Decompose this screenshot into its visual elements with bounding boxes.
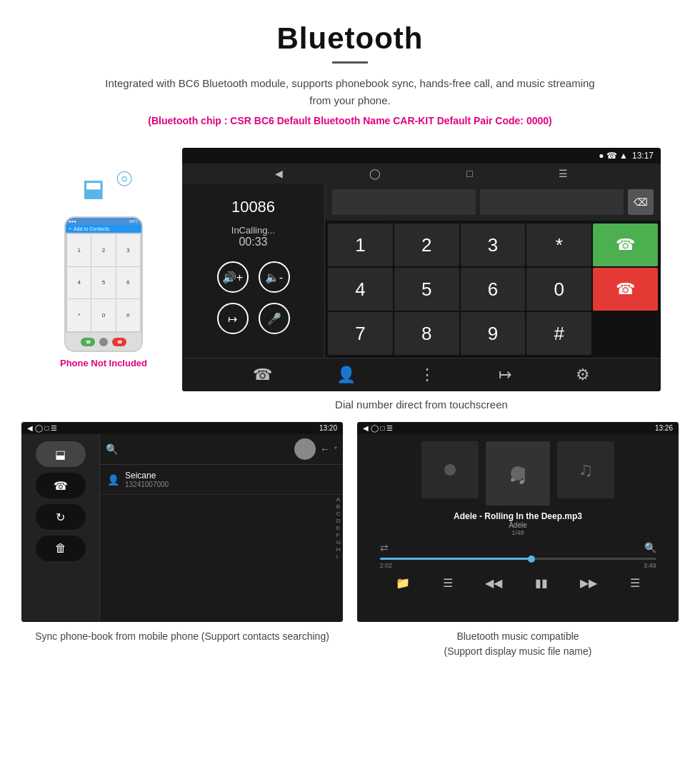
- pb-time: 13:20: [319, 424, 337, 432]
- key-8[interactable]: 8: [394, 312, 459, 355]
- music-song-title: Adele - Rolling In the Deep.mp3: [454, 511, 582, 521]
- phone-keypad: 1 2 3 4 5 6 * 0 #: [66, 233, 141, 333]
- pb-contact-person-icon: 👤: [107, 474, 119, 486]
- key-empty: [593, 312, 658, 355]
- phone-key-star: *: [67, 299, 91, 331]
- dial-screen: ● ☎ ▲ 13:17 ◀ ◯ □ ☰ 10086 InCalling... 0…: [182, 148, 661, 391]
- chip-info-text: (Bluetooth chip : CSR BC6 Default Blueto…: [14, 115, 686, 126]
- music-shuffle-icon[interactable]: ⇄: [380, 542, 389, 553]
- music-time: 13:26: [655, 424, 673, 432]
- volume-down-btn[interactable]: 🔈-: [259, 261, 290, 293]
- music-progress-bar: [380, 558, 656, 560]
- dial-bottom-bar: ☎ 👤 ⋮ ↦ ⚙: [182, 358, 661, 391]
- key-6[interactable]: 6: [461, 268, 526, 311]
- pb-bluetooth-icon[interactable]: ⬓: [36, 441, 86, 467]
- key-5[interactable]: 5: [394, 268, 459, 311]
- phone-key-0: 0: [91, 299, 115, 331]
- music-song-info: Adele - Rolling In the Deep.mp3 Adele 1/…: [454, 511, 582, 536]
- phone-time-label: MTC: [129, 219, 139, 223]
- dial-status-icons: ● ☎ ▲: [599, 151, 628, 161]
- mic-btn[interactable]: 🎤: [259, 303, 290, 334]
- pb-refresh-icon[interactable]: ↻: [36, 504, 86, 530]
- key-call[interactable]: ☎: [593, 223, 658, 266]
- transfer-btn[interactable]: ↦: [217, 303, 249, 334]
- pb-contact-name: Seicane: [125, 471, 169, 481]
- album-dot-center: [511, 466, 525, 481]
- pb-status-icons: ◀ ◯ □ ☰: [27, 424, 57, 432]
- dial-main: 10086 InCalling... 00:33 🔊+ 🔈- ↦ 🎤: [182, 184, 661, 358]
- pb-delete-icon[interactable]: 🗑: [36, 536, 86, 561]
- phone-screen: ●●● MTC + Add to Contacts 1 2 3 4 5 6 * …: [66, 218, 141, 333]
- dial-controls-row1: 🔊+ 🔈-: [217, 261, 290, 293]
- nav-back-icon: ◀: [275, 168, 283, 179]
- music-playlist-icon[interactable]: ☰: [443, 576, 453, 590]
- phone-carrier: ●●●: [69, 219, 76, 223]
- music-album-right: ♫: [557, 441, 614, 498]
- music-albums: ♫ ♫: [421, 441, 614, 506]
- dial-bar-settings-icon[interactable]: ⚙: [576, 366, 590, 384]
- dial-bar-phone-icon[interactable]: ☎: [253, 366, 272, 384]
- music-top-controls: ⇄ 🔍: [380, 542, 656, 553]
- add-contacts-label: Add to Contacts: [74, 226, 109, 231]
- music-caption: Bluetooth music compatible(Support displ…: [444, 629, 592, 659]
- pb-call-icon[interactable]: ☎: [36, 473, 86, 498]
- pb-back-icon[interactable]: ←: [320, 443, 330, 455]
- key-7[interactable]: 7: [328, 312, 393, 355]
- bluetooth-icon: ⬓: [82, 175, 104, 202]
- pb-search-row: 🔍 ← *: [100, 434, 343, 465]
- pb-search-icon[interactable]: 🔍: [106, 443, 118, 455]
- music-time-row: 2:02 3:49: [380, 562, 656, 569]
- music-time-total: 3:49: [644, 562, 656, 569]
- music-track-info: 1/48: [454, 529, 582, 536]
- music-progress-fill: [380, 558, 532, 560]
- music-status-icons: ◀ ◯ □ ☰: [363, 424, 393, 432]
- dial-controls-row2: ↦ 🎤: [217, 303, 290, 334]
- key-end[interactable]: ☎: [593, 268, 658, 311]
- phone-key-2: 2: [91, 234, 115, 266]
- music-main: ♫ ♫ Adele - Rolling In the Deep.mp3 Adel…: [357, 434, 679, 622]
- music-prev-icon[interactable]: ◀◀: [485, 576, 502, 590]
- key-hash[interactable]: #: [526, 312, 591, 355]
- music-artist: Adele: [454, 521, 582, 529]
- key-1[interactable]: 1: [328, 223, 393, 266]
- dial-bar-keypad-icon[interactable]: ⋮: [419, 366, 435, 384]
- dial-right-panel: ⌫ 1 2 3 * ☎ 4 5 6 0 ☎ 7 8: [325, 184, 661, 358]
- key-9[interactable]: 9: [461, 312, 526, 355]
- pb-status-bar: ◀ ◯ □ ☰ 13:20: [21, 422, 343, 434]
- dial-bar-contacts-icon[interactable]: 👤: [336, 366, 356, 384]
- signal-waves-icon: ⦾: [116, 169, 132, 189]
- dial-backspace-btn[interactable]: ⌫: [628, 189, 654, 215]
- music-screen: ◀ ◯ □ ☰ 13:26 ♫ ♫ Adele -: [357, 422, 679, 622]
- key-star[interactable]: *: [526, 223, 591, 266]
- phone-bottom-bar: ☎ ☎: [66, 333, 141, 351]
- pb-bottom-bar: ☎ 👤 ⋮ ↦ ⚙: [21, 621, 343, 622]
- music-play-icon[interactable]: ▮▮: [535, 576, 548, 590]
- music-eq-icon[interactable]: ☰: [630, 576, 640, 590]
- key-4[interactable]: 4: [328, 268, 393, 311]
- dial-timer: 00:33: [239, 236, 267, 248]
- pb-contact-info: Seicane 13241007000: [125, 471, 169, 488]
- phone-screen-top-bar: ●●● MTC: [66, 218, 141, 225]
- phone-key-6: 6: [116, 267, 140, 299]
- music-time-current: 2:02: [380, 562, 393, 569]
- music-search-icon[interactable]: 🔍: [644, 542, 656, 553]
- album-dot-left: [444, 464, 456, 476]
- music-item: ◀ ◯ □ ☰ 13:26 ♫ ♫ Adele -: [357, 422, 679, 659]
- music-progress-dot: [528, 556, 535, 563]
- key-0[interactable]: 0: [526, 268, 591, 311]
- phone-home-btn: [99, 338, 108, 346]
- phonebook-caption: Sync phone-book from mobile phone (Suppo…: [35, 629, 329, 644]
- music-next-icon[interactable]: ▶▶: [580, 576, 597, 590]
- music-folder-icon[interactable]: 📁: [396, 576, 410, 590]
- plus-icon: +: [69, 226, 71, 231]
- pb-contact-item[interactable]: 👤 Seicane 13241007000: [100, 465, 343, 495]
- music-note-right-icon: ♫: [579, 458, 594, 481]
- key-2[interactable]: 2: [394, 223, 459, 266]
- dial-bar-transfer-icon[interactable]: ↦: [499, 366, 511, 384]
- key-3[interactable]: 3: [461, 223, 526, 266]
- phone-key-3: 3: [116, 234, 140, 266]
- volume-up-btn[interactable]: 🔊+: [217, 261, 249, 293]
- phonebook-item: ◀ ◯ □ ☰ 13:20 ⬓ ☎ ↻ 🗑 🔍 ← *: [21, 422, 343, 659]
- keypad-grid: 1 2 3 * ☎ 4 5 6 0 ☎ 7 8 9 #: [325, 221, 661, 358]
- nav-recents-icon: □: [466, 168, 472, 179]
